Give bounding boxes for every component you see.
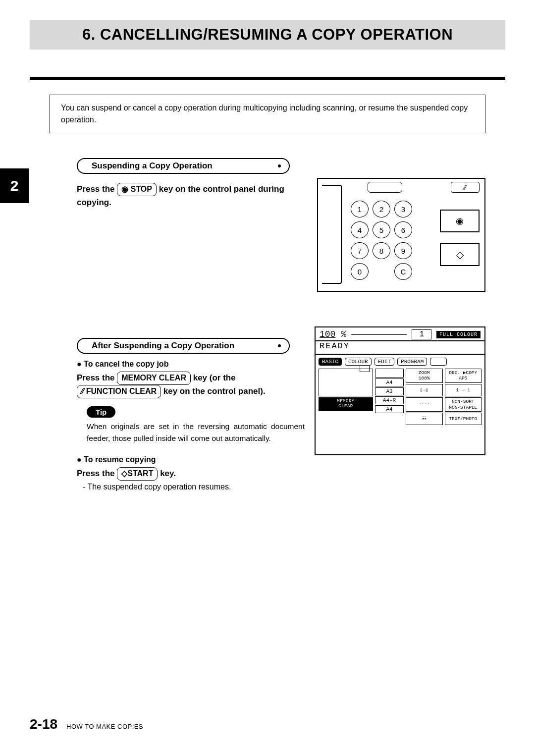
tab-colour: COLOUR — [345, 358, 372, 366]
lcd-status: READY — [316, 341, 484, 355]
top-long-key — [368, 182, 402, 193]
key-3: 3 — [394, 201, 412, 217]
lcd-edge — [322, 185, 342, 284]
page-number: 2-18 — [30, 716, 57, 732]
key-1: 1 — [351, 201, 369, 217]
paper-preview — [319, 369, 373, 396]
text: Press the — [77, 373, 117, 382]
section-heading-suspend: Suspending a Copy Operation — [77, 158, 290, 174]
key-0: 0 — [351, 263, 369, 280]
start-key-label: ◇START — [117, 467, 158, 481]
textphoto-icon-cell: ☷ — [406, 413, 443, 425]
duplex-icon-cell: ▯→▯ — [406, 384, 443, 396]
intro-text: You can suspend or cancel a copy operati… — [50, 95, 485, 133]
lcd-header: 100 % 1 FULL COLOUR — [316, 327, 484, 341]
tab-basic: BASIC — [319, 358, 342, 366]
text: key (or the — [193, 373, 236, 382]
zoom-cell: ZOOM100% — [406, 369, 443, 383]
resume-bullet: To resume copying — [77, 455, 485, 464]
stop-icon: ◉ — [456, 216, 464, 226]
function-clear-key-label: ⁄⁄ FUNCTION CLEAR — [77, 385, 161, 398]
key-6: 6 — [394, 221, 412, 238]
tab-extra — [430, 358, 447, 366]
resume-note: - The suspended copy operation resumes. — [83, 483, 485, 491]
key-5: 5 — [373, 221, 390, 238]
org-copy-cell: ORG. ▶COPYAPS — [445, 369, 482, 383]
clear-icon: ⁄⁄ — [464, 183, 467, 191]
start-icon: ◇ — [456, 249, 464, 261]
footer: 2-18 HOW TO MAKE COPIES — [30, 716, 143, 732]
chapter-tab: 2 — [0, 168, 29, 203]
stop-key: ◉ — [440, 210, 480, 232]
copy-count: 1 — [412, 329, 431, 339]
text: Press the — [77, 184, 117, 194]
stop-instruction: Press the ◉ STOP key on the control pane… — [77, 183, 315, 209]
sort-icon-cell: ▭ ▭ — [406, 397, 443, 412]
key-c: C — [394, 263, 412, 280]
divider — [30, 77, 505, 80]
zoom-value: 100 — [320, 329, 335, 339]
full-colour-badge: FULL COLOUR — [436, 331, 481, 338]
key-8: 8 — [373, 242, 390, 259]
section-heading-after-suspend: After Suspending a Copy Operation — [77, 338, 290, 354]
tray-a4r: A4-R — [375, 396, 404, 404]
start-key: ◇ — [440, 243, 480, 266]
zoom-unit: % — [341, 329, 346, 339]
key-4: 4 — [351, 221, 369, 238]
tray-a4b: A4 — [375, 405, 404, 413]
control-panel-diagram: ⁄⁄ 1 2 3 4 5 6 7 8 9 0 C ◉ ◇ — [317, 178, 485, 292]
lcd-tabs: BASIC COLOUR EDIT PROGRAM — [316, 355, 484, 368]
function-clear-key: ⁄⁄ — [451, 182, 480, 193]
text: Press the — [77, 469, 117, 478]
tab-edit: EDIT — [374, 358, 394, 366]
cancel-instruction: Press the MEMORY CLEAR key (or the ⁄⁄ FU… — [77, 372, 315, 398]
stop-key-label: ◉ STOP — [117, 183, 157, 196]
duplex-cell: 1 → 1 — [445, 384, 482, 396]
footer-label: HOW TO MAKE COPIES — [66, 723, 143, 730]
resume-instruction: Press the ◇START key. — [77, 467, 315, 481]
lcd-body: MEMORY CLEAR A4 A3 A4-R A4 ZOOM100% ORG.… — [316, 368, 484, 428]
key-7: 7 — [351, 242, 369, 259]
tray-a3: A3 — [375, 387, 404, 395]
page-title: 6. CANCELLING/RESUMING A COPY OPERATION — [30, 20, 505, 50]
memory-clear-key-label: MEMORY CLEAR — [117, 372, 191, 385]
key-9: 9 — [394, 242, 412, 259]
lcd-diagram: 100 % 1 FULL COLOUR READY BASIC COLOUR E… — [315, 326, 485, 455]
tab-program: PROGRAM — [397, 358, 427, 366]
textphoto-cell: TEXT/PHOTO — [445, 413, 482, 425]
tray-a4: A4 — [375, 378, 404, 386]
text: key. — [160, 469, 176, 478]
spacer — [351, 334, 407, 335]
memory-clear-button: MEMORY CLEAR — [319, 397, 373, 411]
text: key on the control panel). — [163, 386, 266, 396]
tip-badge: Tip — [87, 406, 115, 418]
numeric-keypad: 1 2 3 4 5 6 7 8 9 0 C — [351, 201, 412, 280]
key-2: 2 — [373, 201, 390, 217]
tip-text: When originals are set in the reversing … — [87, 421, 305, 444]
tray-top — [375, 369, 404, 378]
sort-cell: NON-SORT NON-STAPLE — [445, 397, 482, 412]
